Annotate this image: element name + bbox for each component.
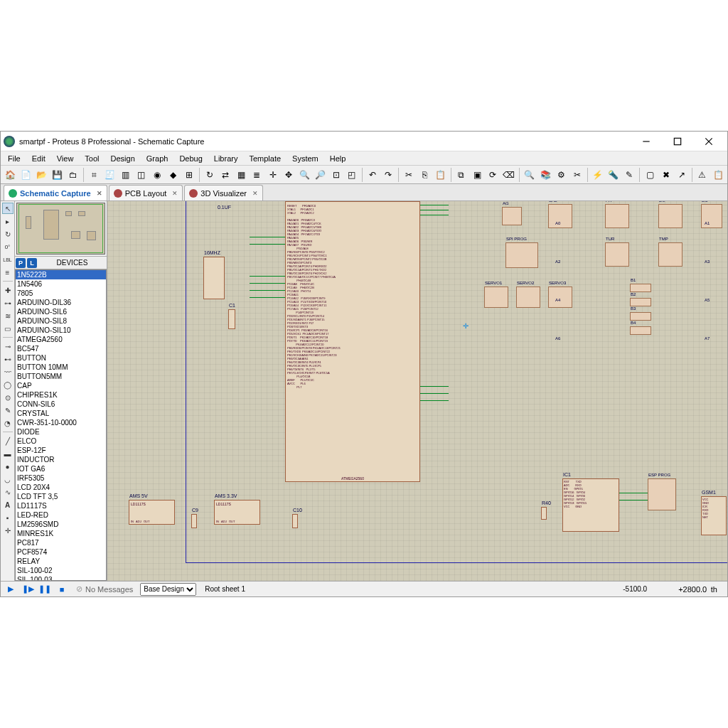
zoom-out-button[interactable]: 🔎 bbox=[313, 167, 327, 183]
junction-mode[interactable]: ✚ bbox=[2, 284, 14, 296]
graph-mode[interactable]: 〰 bbox=[2, 366, 14, 378]
block-rotate-button[interactable]: ⟳ bbox=[486, 167, 500, 183]
text-2d-mode[interactable]: A bbox=[2, 499, 14, 510]
design-variant-select[interactable]: Base Design bbox=[140, 583, 196, 596]
device-item[interactable]: IOT GA6 bbox=[16, 464, 106, 473]
button-b3[interactable]: B3 bbox=[630, 312, 651, 321]
device-item[interactable]: DIODE bbox=[16, 427, 106, 437]
device-item[interactable]: LCD 20X4 bbox=[16, 483, 106, 492]
new-file-button[interactable]: 📄 bbox=[18, 167, 33, 183]
cut-button[interactable]: ✂ bbox=[402, 167, 416, 183]
device-item[interactable]: CAP bbox=[16, 381, 106, 390]
device-item[interactable]: SIL-100-03 bbox=[16, 575, 106, 581]
connector-servo3[interactable]: SERVO3 bbox=[548, 287, 572, 308]
pan-button[interactable]: ✥ bbox=[282, 167, 296, 183]
device-item[interactable]: CONN-SIL6 bbox=[16, 400, 106, 409]
bus-mode[interactable]: ≋ bbox=[2, 310, 14, 321]
device-item[interactable]: BUTTON 10MM bbox=[16, 363, 106, 372]
device-item[interactable]: ARDUINO-SIL8 bbox=[16, 316, 106, 326]
device-pin-mode[interactable]: ⊷ bbox=[2, 353, 14, 365]
menu-template[interactable]: Template bbox=[243, 151, 287, 165]
close-project-button[interactable]: 🗀 bbox=[66, 167, 80, 183]
cap-c10[interactable]: C10 bbox=[292, 514, 298, 528]
connector-servo2[interactable]: SERVO2 bbox=[516, 287, 540, 308]
library-button[interactable]: 📚 bbox=[538, 167, 552, 183]
mega2560-chip[interactable]: MEGA2560 RESET PF0/ADC0XTAL1 PF1/ADC1XTA… bbox=[285, 201, 420, 482]
messages-indicator[interactable]: ⊘ No Messages bbox=[76, 584, 133, 594]
r40[interactable]: R40 bbox=[541, 507, 547, 520]
goto-sheet-button[interactable]: ↗ bbox=[675, 167, 689, 183]
ams33v-reg[interactable]: AMS 3.3V LD1117S IN ADJ OUT bbox=[214, 500, 260, 525]
block-move-button[interactable]: ▣ bbox=[470, 167, 484, 183]
gsm1[interactable]: GSM1 VCCGNDICRRXDTXDNET bbox=[701, 496, 727, 535]
device-item[interactable]: BC547 bbox=[16, 344, 106, 353]
menu-graph[interactable]: Graph bbox=[141, 151, 174, 165]
device-item[interactable]: ELCO bbox=[16, 437, 106, 446]
zoom-all-button[interactable]: ⊡ bbox=[329, 167, 343, 183]
gerber-button[interactable]: ◆ bbox=[166, 167, 180, 183]
device-item[interactable]: 7805 bbox=[16, 289, 106, 298]
refresh-button[interactable]: ↻ bbox=[203, 167, 217, 183]
component-mode[interactable]: ▸ bbox=[2, 215, 14, 227]
copy-button[interactable]: ⎘ bbox=[417, 167, 432, 183]
wire-label-mode[interactable]: ⊶ bbox=[2, 297, 14, 309]
text-mode[interactable]: ≡ bbox=[2, 267, 14, 278]
device-item[interactable]: BUTTON bbox=[16, 353, 106, 363]
pcb-button[interactable]: ◫ bbox=[134, 167, 149, 183]
sim-step-button[interactable]: ❚▶ bbox=[21, 583, 35, 596]
property-assign-button[interactable]: ✎ bbox=[622, 167, 636, 183]
symbol-mode[interactable]: ▪ bbox=[2, 512, 14, 523]
device-item[interactable]: RELAY bbox=[16, 557, 106, 566]
connector-spi-prog[interactable]: SPI PROG bbox=[505, 242, 538, 268]
rotate-ccw[interactable]: ↻ bbox=[2, 228, 14, 240]
tab-close[interactable]: ✕ bbox=[252, 190, 258, 197]
sim-stop-button[interactable]: ■ bbox=[55, 583, 69, 596]
save-button[interactable]: 💾 bbox=[50, 167, 65, 183]
schematic-button[interactable]: ▥ bbox=[119, 167, 133, 183]
search-button[interactable]: 🔦 bbox=[606, 167, 621, 183]
device-item[interactable]: ESP-12F bbox=[16, 446, 106, 455]
device-item[interactable]: BUTTON5MM bbox=[16, 372, 106, 381]
device-item[interactable]: MINRES1K bbox=[16, 529, 106, 538]
connector-tmp[interactable]: TMP bbox=[658, 242, 682, 267]
menu-edit[interactable]: Edit bbox=[26, 151, 51, 165]
device-item[interactable]: ARDUINO-SIL6 bbox=[16, 307, 106, 316]
menu-tool[interactable]: Tool bbox=[79, 151, 105, 165]
close-button[interactable] bbox=[693, 132, 724, 151]
tab-3d-visualizer[interactable]: 3D Visualizer✕ bbox=[184, 185, 263, 200]
line-mode[interactable]: ╱ bbox=[2, 435, 14, 446]
tab-pcb-layout[interactable]: PCB Layout✕ bbox=[109, 185, 183, 200]
cap-c9[interactable]: C9 bbox=[191, 514, 197, 528]
device-item[interactable]: PC817 bbox=[16, 538, 106, 547]
devices-list[interactable]: 1N5222B1N54067805ARDUINO-DIL36ARDUINO-SI… bbox=[15, 269, 107, 581]
tape-mode[interactable]: ◯ bbox=[2, 379, 14, 390]
connector-ph[interactable]: PH bbox=[605, 204, 629, 228]
device-item[interactable]: IRF5305 bbox=[16, 473, 106, 483]
zoom-area-button[interactable]: ◰ bbox=[345, 167, 359, 183]
tab-close[interactable]: ✕ bbox=[97, 190, 102, 197]
pick-devices-button[interactable]: P bbox=[16, 258, 26, 268]
sim-play-button[interactable]: ▶ bbox=[4, 583, 18, 596]
grid-button[interactable]: ▦ bbox=[234, 167, 248, 183]
selection-mode[interactable]: ↖ bbox=[2, 203, 14, 214]
arc-mode[interactable]: ◡ bbox=[2, 473, 14, 485]
block-delete-button[interactable]: ⌫ bbox=[502, 167, 516, 183]
device-item[interactable]: LD1117S bbox=[16, 501, 106, 510]
layers-button[interactable]: ≣ bbox=[250, 167, 264, 183]
erc-button[interactable]: ⚠ bbox=[695, 167, 710, 183]
marker-mode[interactable]: ✛ bbox=[2, 525, 14, 536]
maximize-button[interactable] bbox=[662, 132, 693, 151]
circle-mode[interactable]: ● bbox=[2, 461, 14, 472]
print-area-button[interactable]: ⌗ bbox=[87, 167, 101, 183]
button-b1[interactable]: B1 bbox=[630, 284, 651, 292]
device-item[interactable]: CHIPRES1K bbox=[16, 390, 106, 400]
menu-help[interactable]: Help bbox=[324, 151, 352, 165]
box-mode[interactable]: ▬ bbox=[2, 448, 14, 459]
menu-library[interactable]: Library bbox=[208, 151, 244, 165]
minimize-button[interactable] bbox=[631, 132, 662, 151]
zoom-in-button[interactable]: 🔍 bbox=[297, 167, 311, 183]
connector-servo1[interactable]: SERVO1 bbox=[484, 287, 508, 308]
connector-do[interactable]: DO bbox=[658, 204, 682, 228]
device-item[interactable]: SIL-100-02 bbox=[16, 566, 106, 575]
label-mode[interactable]: LBL bbox=[2, 254, 14, 265]
